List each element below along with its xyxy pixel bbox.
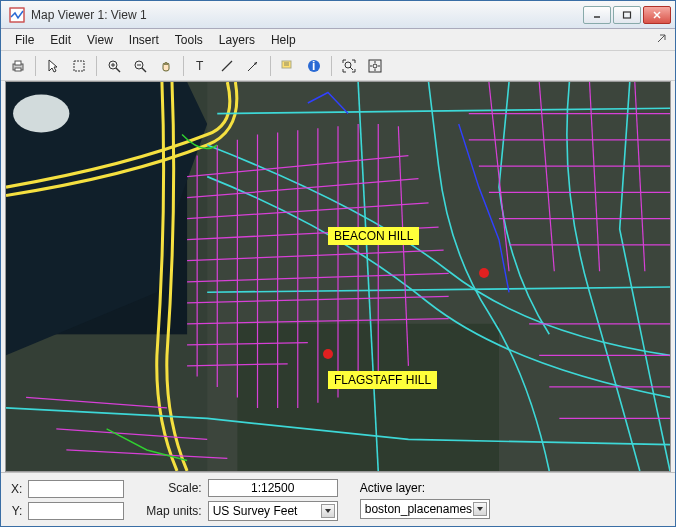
- zoom-window-button[interactable]: [364, 55, 386, 77]
- map-marker-flagstaff: [323, 349, 333, 359]
- map-marker-beacon: [479, 268, 489, 278]
- close-button[interactable]: [643, 6, 671, 24]
- pan-button[interactable]: [155, 55, 177, 77]
- toolbar-separator: [96, 56, 97, 76]
- svg-text:T: T: [196, 59, 204, 73]
- map-label-beacon: BEACON HILL: [328, 227, 419, 245]
- window-title: Map Viewer 1: View 1: [31, 8, 581, 22]
- units-select[interactable]: US Survey Feet: [208, 501, 338, 521]
- pointer-button[interactable]: [42, 55, 64, 77]
- units-value: US Survey Feet: [213, 504, 298, 518]
- toolbar-separator: [183, 56, 184, 76]
- zoom-extent-button[interactable]: [338, 55, 360, 77]
- active-layer-label: Active layer:: [360, 481, 490, 495]
- map-label-flagstaff: FLAGSTAFF HILL: [328, 371, 437, 389]
- svg-text:i: i: [312, 59, 315, 73]
- svg-point-29: [13, 95, 69, 133]
- status-bar: X: Y: Scale: 1:12500 Map units: US Surve…: [1, 472, 675, 526]
- menu-file[interactable]: File: [7, 31, 42, 49]
- chevron-down-icon: [473, 502, 487, 516]
- annotate-button[interactable]: [277, 55, 299, 77]
- toolbar-separator: [270, 56, 271, 76]
- svg-line-24: [350, 67, 353, 70]
- svg-rect-7: [74, 61, 84, 71]
- map-svg: [6, 82, 670, 471]
- menu-help[interactable]: Help: [263, 31, 304, 49]
- scale-field[interactable]: 1:12500: [208, 479, 338, 497]
- toolbar-separator: [35, 56, 36, 76]
- toolbar: T i: [1, 51, 675, 81]
- map-canvas[interactable]: BEACON HILL FLAGSTAFF HILL: [5, 81, 671, 472]
- x-field[interactable]: [28, 480, 124, 498]
- app-window: Map Viewer 1: View 1 File Edit View Inse…: [0, 0, 676, 527]
- menubar: File Edit View Insert Tools Layers Help: [1, 29, 675, 51]
- svg-line-16: [222, 61, 232, 71]
- titlebar: Map Viewer 1: View 1: [1, 1, 675, 29]
- y-label: Y:: [11, 504, 22, 518]
- marquee-select-button[interactable]: [68, 55, 90, 77]
- text-tool-button[interactable]: T: [190, 55, 212, 77]
- scale-group: Scale: 1:12500 Map units: US Survey Feet: [146, 479, 337, 521]
- chevron-down-icon: [321, 504, 335, 518]
- arrow-tool-button[interactable]: [242, 55, 264, 77]
- menu-edit[interactable]: Edit: [42, 31, 79, 49]
- minimize-button[interactable]: [583, 6, 611, 24]
- y-field[interactable]: [28, 502, 124, 520]
- menu-tools[interactable]: Tools: [167, 31, 211, 49]
- svg-rect-31: [237, 324, 499, 471]
- zoom-in-button[interactable]: [103, 55, 125, 77]
- zoom-out-button[interactable]: [129, 55, 151, 77]
- maximize-button[interactable]: [613, 6, 641, 24]
- coords-group: X: Y:: [11, 480, 124, 520]
- active-layer-select[interactable]: boston_placenames: [360, 499, 490, 519]
- active-layer-group: Active layer: boston_placenames: [360, 481, 490, 519]
- app-icon: [9, 7, 25, 23]
- svg-point-26: [373, 64, 377, 68]
- svg-line-9: [116, 68, 120, 72]
- x-label: X:: [11, 482, 22, 496]
- svg-line-13: [142, 68, 146, 72]
- menu-insert[interactable]: Insert: [121, 31, 167, 49]
- info-button[interactable]: i: [303, 55, 325, 77]
- dock-toggle-icon[interactable]: [655, 32, 669, 46]
- units-label: Map units:: [146, 504, 201, 518]
- scale-label: Scale:: [146, 481, 201, 495]
- menu-view[interactable]: View: [79, 31, 121, 49]
- toolbar-separator: [331, 56, 332, 76]
- svg-rect-3: [624, 12, 631, 18]
- line-tool-button[interactable]: [216, 55, 238, 77]
- svg-rect-6: [15, 68, 21, 71]
- print-button[interactable]: [7, 55, 29, 77]
- svg-rect-5: [15, 61, 21, 65]
- active-layer-value: boston_placenames: [365, 502, 472, 516]
- menu-layers[interactable]: Layers: [211, 31, 263, 49]
